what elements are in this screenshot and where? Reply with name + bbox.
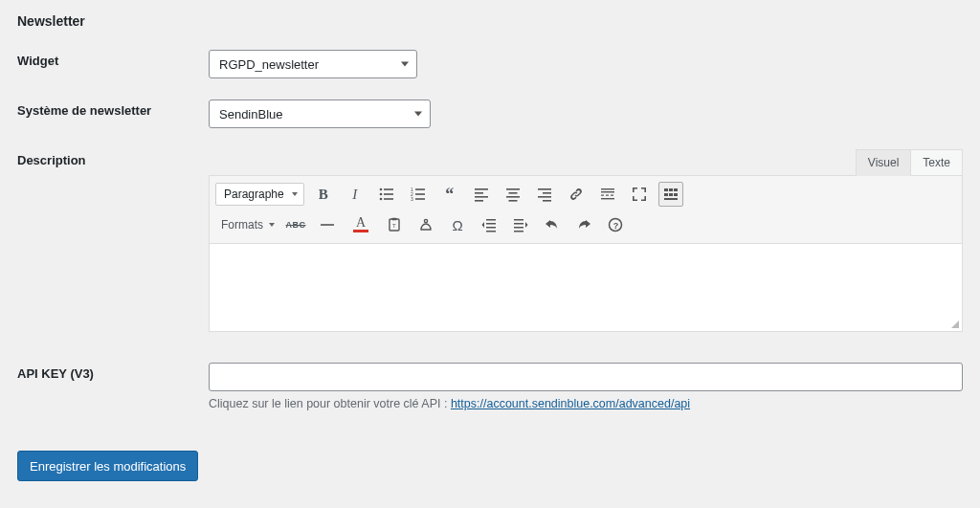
svg-rect-17 — [508, 192, 517, 194]
clear-formatting-icon[interactable] — [413, 212, 438, 237]
api-key-help: Cliquez sur le lien pour obtenir votre c… — [209, 397, 963, 410]
system-select[interactable]: SendinBlue — [209, 99, 431, 128]
italic-icon[interactable]: I — [343, 182, 368, 207]
outdent-icon[interactable] — [477, 212, 501, 237]
svg-rect-30 — [664, 188, 668, 191]
editor-toolbar: Paragraphe B I 123 “ — [209, 175, 963, 244]
svg-rect-32 — [674, 188, 678, 191]
widget-label: Widget — [17, 50, 209, 78]
system-label: Système de newsletter — [17, 99, 209, 128]
api-key-label: API KEY (V3) — [17, 363, 209, 381]
svg-rect-29 — [601, 198, 614, 199]
svg-rect-47 — [514, 223, 523, 225]
svg-rect-35 — [674, 193, 678, 196]
svg-rect-22 — [538, 196, 551, 198]
svg-rect-49 — [514, 231, 523, 232]
paste-text-icon[interactable]: T — [382, 212, 407, 237]
svg-rect-23 — [543, 200, 551, 202]
bullet-list-icon[interactable] — [374, 182, 399, 207]
svg-rect-33 — [664, 193, 668, 196]
svg-rect-44 — [486, 227, 496, 229]
svg-point-0 — [379, 188, 382, 191]
horizontal-rule-icon[interactable] — [315, 212, 340, 237]
indent-icon[interactable] — [508, 212, 533, 237]
description-label: Description — [17, 149, 209, 167]
paragraph-select-label: Paragraphe — [224, 188, 284, 201]
widget-select-value: RGPD_newsletter — [219, 57, 319, 72]
svg-rect-9 — [415, 193, 425, 195]
svg-rect-27 — [606, 195, 609, 196]
bold-icon[interactable]: B — [311, 182, 336, 207]
svg-point-41 — [424, 219, 427, 222]
svg-rect-42 — [486, 219, 496, 221]
svg-rect-39 — [392, 218, 397, 220]
svg-text:T: T — [392, 223, 396, 229]
help-icon[interactable]: ? — [603, 212, 628, 237]
tab-visual[interactable]: Visuel — [856, 149, 911, 176]
svg-rect-36 — [664, 198, 678, 200]
paragraph-select[interactable]: Paragraphe — [215, 183, 304, 206]
svg-rect-13 — [475, 192, 483, 194]
svg-rect-48 — [514, 227, 523, 229]
svg-rect-16 — [506, 188, 520, 190]
svg-rect-37 — [321, 224, 334, 226]
strikethrough-icon[interactable]: ABC — [283, 212, 308, 237]
widget-select[interactable]: RGPD_newsletter — [209, 50, 417, 78]
svg-rect-21 — [543, 192, 551, 194]
svg-rect-15 — [475, 200, 483, 202]
svg-rect-45 — [486, 231, 496, 232]
link-icon[interactable] — [564, 182, 589, 207]
chevron-down-icon — [401, 62, 409, 67]
svg-rect-19 — [508, 200, 517, 202]
svg-rect-11 — [415, 198, 425, 200]
description-editor[interactable] — [209, 244, 963, 332]
save-button[interactable]: Enregistrer les modifications — [17, 451, 198, 481]
formats-select-label: Formats — [221, 218, 263, 232]
resize-handle-icon[interactable] — [948, 318, 960, 329]
svg-rect-1 — [384, 188, 393, 190]
svg-rect-34 — [669, 193, 673, 196]
align-right-icon[interactable] — [532, 182, 557, 207]
api-key-input[interactable] — [209, 363, 963, 391]
align-center-icon[interactable] — [501, 182, 525, 207]
chevron-down-icon — [269, 223, 275, 227]
svg-rect-24 — [601, 188, 614, 189]
svg-rect-20 — [538, 188, 551, 190]
undo-icon[interactable] — [540, 212, 565, 237]
svg-text:?: ? — [613, 221, 619, 231]
api-key-help-text: Cliquez sur le lien pour obtenir votre c… — [209, 397, 451, 410]
redo-icon[interactable] — [571, 212, 596, 237]
svg-rect-46 — [514, 219, 523, 221]
numbered-list-icon[interactable]: 123 — [406, 182, 431, 207]
api-key-help-link[interactable]: https://account.sendinblue.com/advanced/… — [451, 397, 690, 410]
svg-point-4 — [379, 198, 382, 201]
chevron-down-icon — [292, 192, 298, 196]
svg-rect-3 — [384, 193, 393, 195]
section-title: Newsletter — [17, 13, 963, 29]
svg-rect-43 — [486, 223, 496, 225]
svg-text:3: 3 — [411, 196, 413, 202]
fullscreen-icon[interactable] — [627, 182, 652, 207]
read-more-icon[interactable] — [595, 182, 620, 207]
svg-rect-25 — [601, 191, 614, 192]
svg-rect-5 — [384, 198, 393, 200]
special-character-icon[interactable]: Ω — [445, 212, 470, 237]
tab-text[interactable]: Texte — [911, 149, 963, 176]
svg-rect-14 — [475, 196, 488, 198]
system-select-value: SendinBlue — [219, 107, 283, 121]
text-color-button[interactable]: A — [346, 212, 375, 237]
blockquote-icon[interactable]: “ — [437, 182, 462, 207]
svg-rect-18 — [506, 196, 520, 198]
svg-rect-26 — [601, 195, 604, 196]
toolbar-toggle-icon[interactable] — [658, 182, 683, 207]
svg-point-2 — [379, 193, 382, 196]
chevron-down-icon — [414, 112, 422, 117]
svg-rect-28 — [611, 195, 613, 196]
svg-rect-7 — [415, 188, 425, 190]
svg-rect-31 — [669, 188, 673, 191]
align-left-icon[interactable] — [469, 182, 494, 207]
formats-select[interactable]: Formats — [215, 213, 277, 236]
svg-rect-12 — [475, 188, 488, 190]
